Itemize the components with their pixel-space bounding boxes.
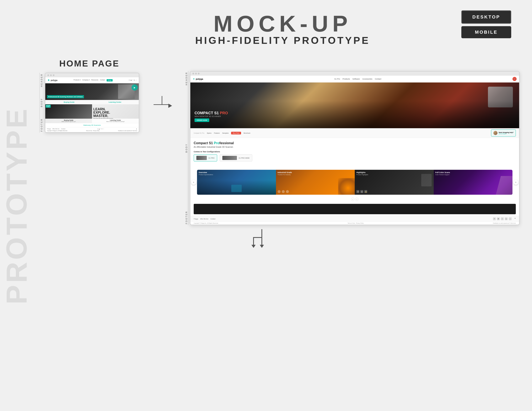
down-arrows-svg [249, 229, 274, 250]
s1pro-overview-scanner [199, 185, 274, 193]
home-nav-company[interactable]: Company ▾ [82, 79, 90, 81]
home-learning-center[interactable]: LEARN. EXPLORE. MASTER. Deep dive into t… [92, 104, 139, 123]
s1pro-card-industrial[interactable]: Industrial Grade Trusted For Industry [276, 170, 355, 195]
s1pro-footer-label: FOOTER [185, 211, 188, 224]
home-nav: ✦ polyga Products ▾ Company ▾ Resources … [45, 77, 139, 83]
s1pro-tab-specs[interactable]: Specs [207, 132, 211, 134]
home-nav-in: in [134, 79, 135, 81]
home-buying-guide[interactable]: BUYERGUIDE Buying Guide Which scanner is… [45, 104, 92, 123]
s1pro-nav-products[interactable]: Products [342, 78, 350, 80]
footer-ig: ○ [103, 128, 104, 130]
s1pro-nav-accessories[interactable]: Accessories [362, 78, 372, 80]
home-browser-mockup: ✦ polyga Products ▾ Company ▾ Resources … [45, 73, 139, 133]
s1pro-section: HEADER BODY FOOTER ✦ [185, 59, 520, 225]
home-page-section: HOME PAGE HEADER BODY FOOTER [39, 59, 139, 133]
s1pro-fullcolor-subtitle: Color Texture Support [435, 174, 511, 175]
s1pro-nav-s1pro[interactable]: S1 Pro [334, 78, 340, 80]
s1pro-help-avatar [493, 131, 497, 135]
s1pro-config-s1pro[interactable]: S1 PRO [194, 154, 217, 162]
s1pro-product-info: Compact S1 Professional An Affordable In… [190, 138, 519, 168]
home-footer-who[interactable]: Who We Are [52, 128, 59, 130]
s1pro-footer-yt: ▶ [497, 217, 500, 220]
home-scanners-link[interactable]: Stationary 3D Scanners [45, 123, 139, 127]
home-learn-desc: Learning Center Want to learn more about… [92, 119, 139, 123]
arrow-path-left [254, 229, 262, 246]
s1pro-footer-polyga[interactable]: Polyga [194, 218, 198, 220]
s1pro-footer-in: in [505, 217, 508, 220]
home-nav-youtube: ▶ [131, 79, 132, 81]
s1pro-card-highlights[interactable]: Highlights Product Highlights ⚙ ◈ 🔒 [355, 170, 434, 195]
s1pro-industrial-subtitle: Trusted For Industry [278, 174, 353, 175]
home-footer-copyright: Copyright © Polyga Inc. All Rights Reser… [47, 130, 137, 131]
s1pro-config-s1pro-img [196, 156, 207, 160]
s1pro-badge-pro: PRO [220, 111, 228, 115]
home-learn-text: LEARN. EXPLORE. MASTER. Deep dive into t… [92, 104, 139, 121]
s1pro-carousel-prev[interactable]: ‹ [191, 180, 196, 185]
s1pro-footer-who[interactable]: Who We Are [200, 218, 208, 220]
s1pro-tab-brochure[interactable]: Brochure [244, 132, 250, 134]
home-buying-guide-link[interactable]: Buying Guide [47, 101, 91, 103]
s1pro-highlights-overlay: Highlights Product Highlights ⚙ ◈ 🔒 [355, 170, 434, 195]
s1pro-dark-footer [194, 204, 516, 214]
s1pro-help-box: Need shopping help? Ask an Expert [491, 129, 516, 136]
home-footer-polyga[interactable]: Polyga [47, 128, 51, 130]
s1pro-footer: Polyga Who We Are Contact ✕ ▶ f in ○ ▲ [190, 216, 519, 221]
s1pro-order-btn[interactable]: ORDER NOW [195, 118, 209, 122]
s1pro-config-wide[interactable]: S1 PRO WIDE [220, 154, 252, 162]
s1pro-nav-software[interactable]: Software [352, 78, 360, 80]
s1pro-configs: S1 PRO S1 PRO WIDE [194, 154, 516, 162]
s1pro-nav-cart[interactable]: 🛒 [513, 77, 517, 81]
s1pro-config-title: Comes In Two Configurations [194, 151, 516, 153]
s1pro-carousel-prev-btn[interactable]: ‹ [351, 198, 354, 201]
s1pro-carousel-next[interactable]: › [513, 180, 518, 185]
s1pro-terms-links[interactable]: Terms of Use Privacy Policy [348, 222, 364, 224]
s1pro-product-title: Compact S1 Professional [194, 141, 516, 145]
s1pro-dot-3 [198, 73, 200, 74]
home-nav-links: Products ▾ Company ▾ Resources Contact S… [74, 79, 113, 81]
home-buying-guide-desc: Buying Guide Which scanner is right for … [45, 119, 92, 123]
mobile-btn[interactable]: MOBILE [461, 26, 511, 38]
arrow-head-right [260, 245, 264, 248]
s1pro-card-fullcolor[interactable]: Full Color Scans Color Texture Support [434, 170, 513, 195]
home-hero-btn[interactable]: ▶ [132, 84, 138, 91]
home-nav-ig: ○ [136, 79, 137, 81]
footer-x: ✕ [97, 128, 98, 130]
s1pro-footer-bottom: Copyright © Polyga Inc. All Rights Reser… [190, 221, 519, 225]
s1pro-carousel-next-btn[interactable]: › [355, 198, 359, 201]
s1pro-badge-subtitle: NEW DESKTOP 3D SCANNER [195, 115, 228, 117]
s1pro-dot-2 [195, 73, 197, 74]
s1pro-highlights-scanner [421, 174, 432, 186]
s1pro-card-overview[interactable]: Overview Product Specifications [197, 170, 276, 195]
home-terms[interactable]: Terms of Use Privacy Policy [86, 130, 100, 131]
home-footer-scroll[interactable]: ▲ [136, 128, 137, 130]
s1pro-hero-overlay [190, 101, 519, 128]
s1pro-scroll-top[interactable]: ▲ [514, 217, 516, 220]
s1pro-nav-contact[interactable]: Contact [375, 78, 381, 80]
home-guides: BUYERGUIDE Buying Guide Which scanner is… [45, 104, 139, 123]
s1pro-feedback[interactable]: Feedback on web experience? Click here [493, 222, 516, 224]
s1pro-footer-contact[interactable]: Contact [210, 218, 216, 220]
home-feedback[interactable]: Feedback on web experience? Click here [118, 130, 137, 131]
s1pro-help-subtitle[interactable]: Ask an Expert [499, 133, 513, 134]
home-footer-contact[interactable]: Contact [61, 128, 66, 130]
s1pro-tab-bar: Compact S1 Pro Specs Feature Samples Buy… [190, 128, 519, 138]
s1pro-tab-feature[interactable]: Feature [214, 132, 220, 134]
home-nav-shop[interactable]: Shop [107, 79, 113, 81]
s1pro-logo-text: polyga [196, 78, 203, 80]
home-nav-resources[interactable]: Resources [91, 79, 98, 81]
s1pro-header-label: HEADER [185, 72, 188, 85]
s1pro-hero: COMPACT S1 PRO NEW DESKTOP 3D SCANNER OR… [190, 83, 519, 128]
home-nav-products[interactable]: Products ▾ [74, 79, 81, 81]
s1pro-tab-samples[interactable]: Samples [222, 132, 228, 134]
s1pro-tab-buy[interactable]: Buy Now [231, 132, 241, 134]
desktop-btn[interactable]: DESKTOP [461, 10, 511, 24]
home-hero: Professional 3D Scanning Hardware and So… [45, 83, 139, 100]
home-learning-center-link[interactable]: Learning Center [93, 101, 137, 103]
home-nav-contact[interactable]: Contact [100, 79, 105, 81]
s1pro-logo: ✦ polyga [193, 78, 203, 80]
browser-dot-1 [48, 74, 49, 76]
home-logo-text: polyga [51, 79, 57, 81]
home-logo-icon: ✦ [48, 78, 50, 82]
watermark-text: PROTOTYPE [0, 107, 33, 304]
s1pro-footer-fb: f [501, 217, 504, 220]
